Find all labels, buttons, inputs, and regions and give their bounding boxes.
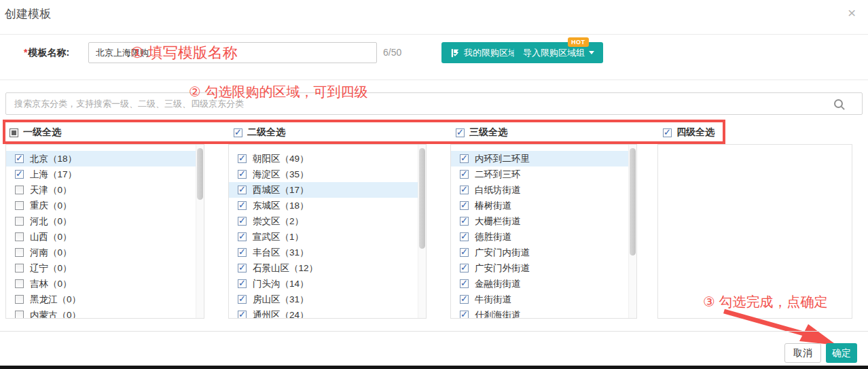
level-2-select-all[interactable]: 二级全选: [234, 126, 285, 139]
checkbox-icon[interactable]: [238, 311, 247, 319]
region-item[interactable]: 辽宁（0）: [6, 260, 204, 276]
checkbox-icon[interactable]: [15, 279, 24, 288]
checkbox-icon[interactable]: [234, 128, 242, 137]
region-item[interactable]: 德胜街道: [451, 229, 636, 245]
region-item[interactable]: 广安门外街道: [451, 260, 636, 276]
checkbox-icon[interactable]: [460, 170, 469, 179]
checkbox-icon[interactable]: [460, 186, 469, 194]
region-item[interactable]: 黑龙江（0）: [6, 292, 204, 307]
checkbox-icon[interactable]: [460, 248, 469, 257]
region-label: 吉林（0）: [30, 278, 72, 290]
search-input[interactable]: [6, 93, 844, 114]
region-item[interactable]: 房山区（31）: [229, 292, 426, 307]
select-all-label: 二级全选: [247, 126, 285, 139]
region-item[interactable]: 海淀区（35）: [229, 166, 426, 182]
region-item[interactable]: 丰台区（31）: [229, 245, 426, 260]
search-icon[interactable]: [834, 99, 843, 108]
region-item[interactable]: 门头沟（14）: [229, 276, 426, 292]
checkbox-icon[interactable]: [15, 154, 24, 163]
checkbox-icon[interactable]: [15, 264, 24, 273]
confirm-button[interactable]: 确定: [826, 343, 857, 363]
checkbox-icon[interactable]: [460, 264, 469, 273]
region-item[interactable]: 河南（0）: [6, 245, 204, 260]
checkbox-icon[interactable]: [460, 295, 469, 304]
region-item[interactable]: 广安门内街道: [451, 245, 636, 260]
checkbox-icon[interactable]: [15, 248, 24, 257]
checkbox-icon[interactable]: [238, 248, 247, 257]
region-item[interactable]: 二环到三环: [451, 166, 636, 182]
scrollbar-thumb[interactable]: [197, 148, 203, 200]
region-item[interactable]: 椿树街道: [451, 198, 636, 213]
checkbox-icon[interactable]: [15, 232, 24, 241]
checkbox-icon[interactable]: [15, 311, 24, 319]
checkbox-icon[interactable]: [460, 217, 469, 226]
region-item[interactable]: 石景山区（12）: [229, 260, 426, 276]
scrollbar-track[interactable]: [418, 145, 426, 318]
scrollbar-track[interactable]: [196, 145, 204, 318]
region-item[interactable]: 牛街街道: [451, 292, 636, 307]
flag-icon: [450, 48, 460, 58]
region-item[interactable]: 北京（18）: [6, 151, 204, 166]
scrollbar-track[interactable]: [628, 145, 636, 318]
region-item[interactable]: 内环到二环里: [451, 151, 636, 166]
region-label: 黑龙江（0）: [30, 294, 81, 306]
checkbox-icon[interactable]: [238, 279, 247, 288]
region-item[interactable]: 什刹海街道: [451, 307, 636, 319]
checkbox-icon[interactable]: [238, 264, 247, 273]
level-1-region-list: 北京（18）上海（17）天津（0）重庆（0）河北（0）山西（0）河南（0）辽宁（…: [5, 144, 204, 319]
checkbox-icon[interactable]: [15, 295, 24, 304]
checkbox-icon[interactable]: [238, 295, 247, 304]
region-item[interactable]: 大栅栏街道: [451, 213, 636, 229]
import-restricted-area-groups-button[interactable]: 导入限购区域组: [514, 42, 603, 63]
checkbox-icon[interactable]: [456, 128, 465, 137]
scrollbar-thumb[interactable]: [419, 148, 425, 249]
level-1-select-all[interactable]: 一级全选: [10, 126, 61, 139]
level-4-select-all[interactable]: 四级全选: [663, 126, 715, 139]
region-item[interactable]: 重庆（0）: [6, 198, 204, 213]
checkbox-icon[interactable]: [15, 186, 24, 194]
region-item[interactable]: 河北（0）: [6, 213, 204, 229]
checkbox-icon[interactable]: [15, 201, 24, 210]
region-item[interactable]: 吉林（0）: [6, 276, 204, 292]
checkbox-icon[interactable]: [238, 154, 247, 163]
region-item[interactable]: 崇文区（2）: [229, 213, 426, 229]
region-label: 大栅栏街道: [475, 215, 521, 228]
region-item[interactable]: 朝阳区（49）: [229, 151, 426, 166]
region-item[interactable]: 白纸坊街道: [451, 182, 636, 198]
region-label: 牛街街道: [475, 294, 511, 306]
close-icon[interactable]: ×: [848, 5, 856, 20]
checkbox-icon[interactable]: [460, 279, 469, 288]
checkbox-icon[interactable]: [460, 154, 469, 163]
checkbox-icon[interactable]: [238, 201, 247, 210]
region-item[interactable]: 天津（0）: [6, 182, 204, 198]
window-bottom-edge: [0, 366, 868, 369]
region-item[interactable]: 宣武区（1）: [229, 229, 426, 245]
checkbox-icon[interactable]: [238, 186, 247, 194]
region-label: 海淀区（35）: [253, 169, 309, 181]
checkbox-icon[interactable]: [238, 217, 247, 226]
checkbox-icon[interactable]: [460, 311, 469, 319]
template-name-input[interactable]: [88, 42, 377, 63]
level-3-select-all[interactable]: 三级全选: [456, 126, 507, 139]
checkbox-icon[interactable]: [15, 170, 24, 179]
checkbox-icon[interactable]: [238, 170, 247, 179]
region-item[interactable]: 金融街街道: [451, 276, 636, 292]
checkbox-icon[interactable]: [460, 201, 469, 210]
checkbox-icon[interactable]: [238, 232, 247, 241]
region-item[interactable]: 山西（0）: [6, 229, 204, 245]
region-label: 北京（18）: [30, 153, 77, 165]
region-label: 东城区（18）: [253, 200, 309, 212]
region-item[interactable]: 西城区（17）: [229, 182, 426, 198]
scrollbar-thumb[interactable]: [630, 148, 636, 256]
checkbox-icon[interactable]: [10, 128, 18, 137]
region-item[interactable]: 内蒙古（0）: [6, 307, 204, 319]
checkbox-icon[interactable]: [15, 217, 24, 226]
cancel-button[interactable]: 取消: [784, 343, 821, 363]
header-divider: [0, 34, 868, 35]
region-item[interactable]: 东城区（18）: [229, 198, 426, 213]
region-item[interactable]: 上海（17）: [6, 166, 204, 182]
checkbox-icon[interactable]: [663, 128, 672, 137]
region-item[interactable]: 通州区（24）: [229, 307, 426, 319]
checkbox-icon[interactable]: [460, 232, 469, 241]
section-divider: [0, 80, 868, 80]
